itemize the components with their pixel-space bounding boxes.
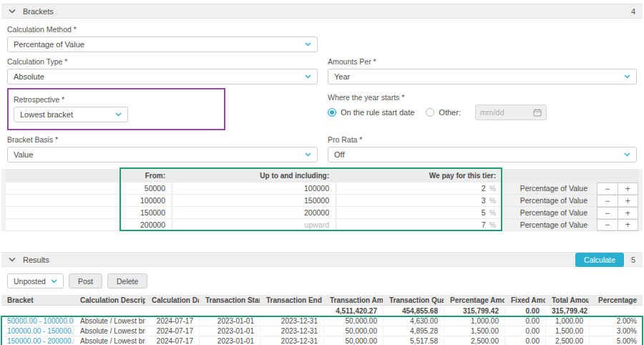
- field-calculation-method: Calculation Method * Percentage of Value: [7, 20, 318, 52]
- tier-from-input[interactable]: 200000: [121, 219, 171, 231]
- col-bracket: Bracket: [1, 296, 74, 304]
- tier-up-to-input[interactable]: upward: [173, 219, 335, 231]
- bracket-basis-select[interactable]: Value: [7, 147, 318, 162]
- add-tier-button[interactable]: +: [618, 183, 638, 195]
- tier-we-pay-input[interactable]: 3%: [337, 195, 502, 207]
- tier-from-input[interactable]: 150000: [121, 207, 171, 219]
- chevron-down-icon: [624, 74, 630, 79]
- calculation-date-cell: 2024-07-17: [146, 337, 200, 345]
- tier-method-label: Percentage of Value: [504, 183, 595, 195]
- calculation-method-value: Percentage of Value: [14, 40, 84, 49]
- result-row: 100000.00 - 150000.00 Absolute / Lowest …: [1, 326, 643, 336]
- col-transaction-end-date: Transaction End Date: [260, 296, 324, 304]
- retrospective-value: Lowest bracket: [20, 110, 73, 119]
- col-calculation-date: Calculation Date: [146, 296, 200, 304]
- tier-row-actions: − +: [597, 207, 638, 219]
- remove-tier-button[interactable]: −: [597, 208, 618, 219]
- results-totals-row: 4,511,420.27 454,855.68 315,799.42 0.00 …: [1, 306, 643, 316]
- col-transaction-amount: Transaction Amount: [324, 296, 384, 304]
- results-toolbar: Unposted Post Delete: [0, 267, 644, 293]
- remove-tier-button[interactable]: −: [597, 183, 618, 195]
- bracket-link[interactable]: 150000.00 - 200000.00: [7, 337, 74, 345]
- retrospective-select[interactable]: Lowest bracket: [14, 107, 128, 122]
- tier-row-actions: − +: [597, 195, 638, 207]
- field-bracket-basis: Bracket Basis * Value: [7, 130, 318, 162]
- total-transaction-quantity: 454,855.68: [384, 307, 444, 315]
- amounts-per-value: Year: [334, 72, 350, 81]
- fixed-amount-cell: 0.00: [505, 337, 546, 345]
- amounts-per-label: Amounts Per *: [328, 57, 637, 66]
- other-date-radio-label[interactable]: Other:: [439, 108, 461, 117]
- field-calculation-type: Calculation Type * Absolute: [7, 52, 318, 84]
- tiers-header-row: From: Up to and including: We pay for th…: [6, 169, 638, 183]
- tier-up-to-input[interactable]: 200000: [173, 207, 335, 219]
- tier-method-label: Percentage of Value: [504, 207, 595, 219]
- results-header-row: Bracket Calculation Description Calculat…: [1, 295, 643, 306]
- post-button[interactable]: Post: [69, 273, 102, 288]
- calculation-method-label: Calculation Method *: [7, 25, 318, 34]
- results-section-header[interactable]: Results Calculate 5: [1, 252, 643, 267]
- tier-from-input[interactable]: 100000: [121, 195, 171, 207]
- collapse-chevron-icon[interactable]: [9, 9, 16, 14]
- tier-up-to-input[interactable]: 100000: [173, 183, 335, 195]
- tier-label-input[interactable]: [6, 195, 119, 207]
- tier-we-pay-input[interactable]: 7%: [337, 219, 502, 231]
- transaction-end-date-cell: 2023-12-31: [260, 337, 324, 345]
- delete-button[interactable]: Delete: [107, 273, 147, 288]
- percent-unit: %: [489, 196, 496, 205]
- tier-label-input[interactable]: [6, 183, 119, 195]
- percentage-amount-cell: 2,500.00: [444, 337, 505, 345]
- tier-we-pay-input[interactable]: 2%: [337, 183, 502, 195]
- transaction-quantity-cell: 5,517.58: [384, 337, 444, 345]
- tier-label-input[interactable]: [6, 219, 119, 231]
- calculation-description-cell: Absolute / Lowest bracket: [74, 317, 146, 325]
- other-date-input[interactable]: mm/dd: [475, 105, 547, 120]
- add-tier-button[interactable]: +: [618, 195, 638, 207]
- collapse-chevron-icon[interactable]: [9, 257, 16, 262]
- rule-start-date-radio-label[interactable]: On the rule start date: [341, 108, 414, 117]
- total-amount-cell: 2,500.00: [546, 337, 590, 345]
- brackets-count: 4: [631, 7, 635, 16]
- calculation-date-cell: 2024-07-17: [146, 317, 200, 325]
- transaction-amount-cell: 50,000.00: [324, 327, 384, 335]
- transaction-end-date-cell: 2023-12-31: [260, 317, 324, 325]
- transaction-start-date-cell: 2023-01-01: [200, 327, 260, 335]
- calculation-type-value: Absolute: [14, 72, 44, 81]
- amounts-per-select[interactable]: Year: [328, 69, 637, 84]
- calculation-description-cell: Absolute / Lowest bracket: [74, 337, 146, 345]
- calculate-button[interactable]: Calculate: [575, 253, 624, 267]
- status-filter-dropdown[interactable]: Unposted: [7, 273, 64, 288]
- chevron-down-icon: [305, 42, 311, 47]
- total-fixed-amount: 0.00: [505, 307, 546, 315]
- calendar-icon[interactable]: [533, 108, 542, 117]
- tier-from-input[interactable]: 50000: [121, 183, 171, 195]
- col-percentage-amount: Percentage Amount: [444, 296, 505, 304]
- bracket-tier-row: 150000 200000 5% Percentage of Value − +: [6, 207, 638, 219]
- fixed-amount-cell: 0.00: [505, 327, 546, 335]
- percentage-amount-cell: 1,500.00: [444, 327, 505, 335]
- bracket-results-highlight-group: 50000.00 - 100000.00 Absolute / Lowest b…: [1, 316, 643, 345]
- add-tier-button[interactable]: +: [618, 208, 638, 219]
- pro-rata-select[interactable]: Off: [328, 147, 637, 162]
- other-date-radio[interactable]: [426, 108, 434, 117]
- bracket-link[interactable]: 100000.00 - 150000.00: [7, 327, 74, 335]
- results-section-title: Results: [23, 256, 49, 264]
- status-filter-value: Unposted: [14, 277, 46, 286]
- tier-up-to-input[interactable]: 150000: [173, 195, 335, 207]
- field-year-starts: Where the year starts * On the rule star…: [328, 84, 637, 130]
- remove-tier-button[interactable]: −: [597, 195, 618, 207]
- calculation-method-select[interactable]: Percentage of Value: [7, 37, 318, 52]
- col-transaction-quantity: Transaction Quantity: [384, 296, 444, 304]
- total-percentage-amount: 315,799.42: [444, 307, 505, 315]
- add-tier-button[interactable]: +: [618, 220, 638, 230]
- rule-start-date-radio[interactable]: [328, 108, 336, 117]
- calculation-type-select[interactable]: Absolute: [7, 69, 318, 84]
- tier-we-pay-input[interactable]: 5%: [337, 207, 502, 219]
- brackets-section-header[interactable]: Brackets 4: [1, 4, 643, 19]
- tier-label-input[interactable]: [6, 207, 119, 219]
- percentage-amount-cell: 1,000.00: [444, 317, 505, 325]
- bracket-basis-value: Value: [14, 150, 33, 159]
- remove-tier-button[interactable]: −: [597, 220, 618, 230]
- percent-unit: %: [489, 184, 496, 193]
- bracket-link[interactable]: 50000.00 - 100000.00: [7, 317, 74, 325]
